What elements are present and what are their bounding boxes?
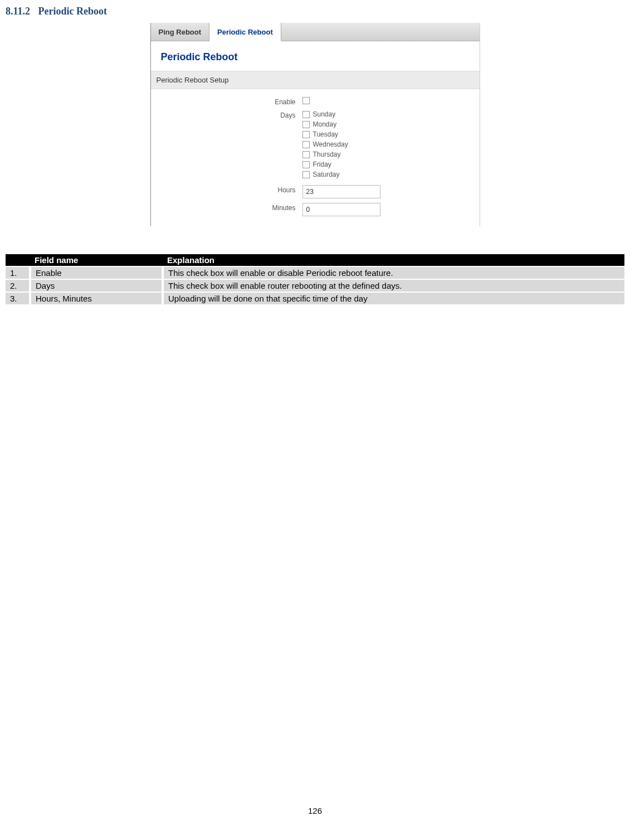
day-label: Monday bbox=[313, 120, 337, 128]
day-checkbox-wednesday[interactable] bbox=[302, 141, 310, 148]
enable-checkbox[interactable] bbox=[302, 97, 310, 104]
day-label: Thursday bbox=[313, 150, 341, 158]
minutes-input[interactable] bbox=[302, 203, 380, 216]
day-option: Saturday bbox=[302, 171, 474, 178]
day-option: Tuesday bbox=[302, 130, 474, 138]
cell-expl: This check box will enable router reboot… bbox=[163, 279, 624, 292]
cell-name: Days bbox=[30, 279, 163, 292]
cell-name: Enable bbox=[30, 266, 163, 279]
table-row: 2. Days This check box will enable route… bbox=[6, 279, 624, 292]
tab-label: Ping Reboot bbox=[159, 28, 202, 36]
tab-periodic-reboot[interactable]: Periodic Reboot bbox=[209, 23, 281, 41]
th-explanation: Explanation bbox=[163, 254, 624, 266]
day-label: Saturday bbox=[313, 171, 340, 178]
cell-num: 1. bbox=[6, 266, 30, 279]
day-checkbox-monday[interactable] bbox=[302, 121, 310, 128]
subsection-bar: Periodic Reboot Setup bbox=[151, 71, 480, 89]
cell-expl: This check box will enable or disable Pe… bbox=[163, 266, 624, 279]
day-checkbox-sunday[interactable] bbox=[302, 111, 310, 118]
day-checkbox-friday[interactable] bbox=[302, 161, 310, 168]
cell-num: 3. bbox=[6, 292, 30, 304]
section-number: 8.11.2 bbox=[6, 6, 30, 17]
cell-name: Hours, Minutes bbox=[30, 292, 163, 304]
row-enable: Enable bbox=[157, 97, 474, 106]
table-row: 1. Enable This check box will enable or … bbox=[6, 266, 624, 279]
tabs-row: Ping Reboot Periodic Reboot bbox=[151, 23, 480, 41]
day-label: Wednesday bbox=[313, 140, 348, 148]
th-field-name: Field name bbox=[30, 254, 163, 266]
day-option: Monday bbox=[302, 120, 474, 128]
day-option: Wednesday bbox=[302, 140, 474, 148]
page-number: 126 bbox=[6, 806, 624, 815]
tab-ping-reboot[interactable]: Ping Reboot bbox=[151, 23, 210, 41]
th-num bbox=[6, 254, 30, 266]
day-label: Friday bbox=[313, 161, 331, 168]
section-heading: 8.11.2 Periodic Reboot bbox=[6, 6, 624, 17]
ui-panel: Ping Reboot Periodic Reboot Periodic Reb… bbox=[150, 23, 480, 226]
day-option: Thursday bbox=[302, 150, 474, 158]
day-option: Sunday bbox=[302, 110, 474, 118]
table-header-row: Field name Explanation bbox=[6, 254, 624, 266]
day-label: Sunday bbox=[313, 110, 336, 118]
day-checkbox-thursday[interactable] bbox=[302, 151, 310, 158]
day-label: Tuesday bbox=[313, 130, 339, 138]
tab-label: Periodic Reboot bbox=[217, 28, 273, 36]
row-days: Days Sunday Monday Tuesday bbox=[157, 110, 474, 181]
day-checkbox-saturday[interactable] bbox=[302, 171, 310, 178]
row-hours: Hours bbox=[157, 185, 474, 198]
day-option: Friday bbox=[302, 161, 474, 168]
form-area: Enable Days Sunday Monday bbox=[151, 89, 480, 226]
section-title-text: Periodic Reboot bbox=[38, 6, 107, 17]
label-days: Days bbox=[157, 110, 302, 119]
hours-input[interactable] bbox=[302, 185, 380, 198]
cell-expl: Uploading will be done on that specific … bbox=[163, 292, 624, 304]
days-list: Sunday Monday Tuesday Wednesday bbox=[302, 110, 474, 181]
cell-num: 2. bbox=[6, 279, 30, 292]
panel-title: Periodic Reboot bbox=[151, 41, 480, 71]
label-enable: Enable bbox=[157, 97, 302, 106]
label-minutes: Minutes bbox=[157, 203, 302, 212]
label-hours: Hours bbox=[157, 185, 302, 194]
screenshot-container: Ping Reboot Periodic Reboot Periodic Reb… bbox=[6, 23, 624, 226]
table-row: 3. Hours, Minutes Uploading will be done… bbox=[6, 292, 624, 304]
description-table: Field name Explanation 1. Enable This ch… bbox=[6, 254, 624, 304]
day-checkbox-tuesday[interactable] bbox=[302, 131, 310, 138]
row-minutes: Minutes bbox=[157, 203, 474, 216]
